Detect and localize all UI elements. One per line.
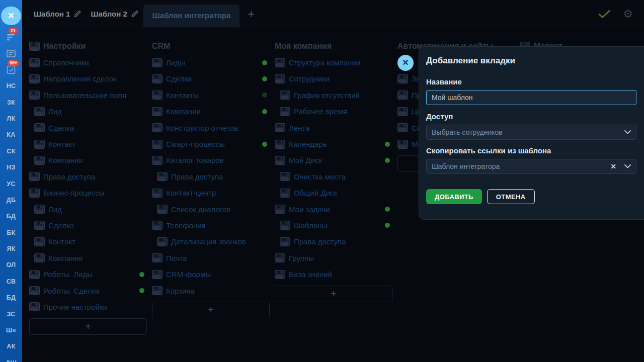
- sidebar-shortcut[interactable]: ЛК: [0, 111, 22, 127]
- sidebar-shortcut[interactable]: ЗС: [0, 306, 22, 322]
- menu-item[interactable]: График отсутствий: [275, 87, 392, 103]
- edit-pencil-icon[interactable]: [73, 10, 82, 18]
- tasks-icon[interactable]: 99+: [0, 63, 22, 76]
- menu-item[interactable]: CRM-формы: [152, 266, 270, 282]
- menu-item[interactable]: Направления сделок: [29, 71, 147, 87]
- menu-item[interactable]: Бизнес-процессы: [29, 185, 147, 201]
- sidebar-shortcut[interactable]: ДШ: [0, 355, 22, 362]
- sidebar-shortcut[interactable]: БД: [0, 208, 22, 224]
- template-tab[interactable]: Шаблон 1: [29, 0, 86, 28]
- sidebar-shortcut[interactable]: СВ: [0, 274, 22, 290]
- status-dot: [262, 142, 267, 147]
- menu-item-label: Смарт-процессы: [166, 140, 225, 148]
- notifications-icon[interactable]: 21: [0, 31, 22, 44]
- menu-item[interactable]: Роботы. Лиды: [29, 266, 147, 282]
- menu-item[interactable]: Контакты: [152, 87, 270, 103]
- sidebar-shortcut[interactable]: УС: [0, 175, 22, 192]
- add-menu-item-button[interactable]: +: [29, 318, 147, 335]
- floppy-icon: [152, 253, 163, 262]
- menu-item[interactable]: Календарь: [275, 136, 392, 152]
- floppy-icon: [280, 221, 290, 230]
- menu-item[interactable]: Детализация звонков: [152, 234, 270, 250]
- sidebar-shortcut[interactable]: ОЛ: [0, 257, 22, 273]
- menu-item[interactable]: Мой Диск: [275, 152, 392, 168]
- sidebar-shortcut[interactable]: БД: [0, 290, 22, 306]
- add-menu-item-button[interactable]: +: [275, 286, 392, 302]
- sidebar-shortcut[interactable]: БК: [0, 225, 22, 241]
- floppy-icon: [275, 156, 285, 165]
- menu-item[interactable]: Роботы. Сделки: [29, 283, 147, 299]
- status-dot: [385, 158, 390, 163]
- sidebar-shortcut-list: НСЗКЛККАСКНЗУСДББДБКЯКОЛСВБДЗСШ«АКДШ: [0, 78, 22, 362]
- menu-item[interactable]: Лиды: [152, 54, 270, 70]
- sidebar-shortcut[interactable]: ДБ: [0, 192, 22, 208]
- menu-item-label: Пользовательские поля: [43, 91, 126, 100]
- template-tab[interactable]: Шаблон 2: [86, 0, 143, 28]
- edit-pencil-icon[interactable]: [131, 10, 139, 18]
- menu-item[interactable]: База знаний: [275, 266, 392, 282]
- add-tab-modal: ✕ Добавление вкладки Название Доступ Выб…: [419, 46, 644, 220]
- menu-item[interactable]: Сделка: [29, 120, 147, 136]
- menu-item[interactable]: Корзина: [152, 283, 270, 299]
- add-tab-button[interactable]: +: [239, 7, 263, 21]
- floppy-icon: [34, 205, 45, 214]
- menu-item[interactable]: Контакт: [29, 234, 147, 250]
- floppy-icon: [34, 107, 45, 116]
- menu-item[interactable]: Компании: [152, 104, 270, 120]
- menu-item[interactable]: Шаблоны: [275, 217, 392, 233]
- menu-item[interactable]: Компания: [29, 152, 147, 168]
- sidebar-shortcut[interactable]: АК: [0, 338, 22, 354]
- menu-item[interactable]: Права доступа: [29, 168, 147, 185]
- menu-item[interactable]: Права доступа: [152, 168, 270, 185]
- menu-item[interactable]: Очистка места: [275, 168, 392, 185]
- menu-item[interactable]: Каталог товаров: [152, 152, 270, 168]
- floppy-icon: [157, 237, 168, 246]
- menu-item[interactable]: Пользовательские поля: [29, 87, 147, 103]
- menu-item[interactable]: Сотрудники: [275, 71, 392, 87]
- sidebar-shortcut[interactable]: Ш«: [0, 322, 22, 338]
- menu-item[interactable]: Общий Диск: [275, 185, 392, 201]
- menu-item[interactable]: Лента: [275, 120, 392, 136]
- menu-item[interactable]: Контакт: [29, 136, 147, 152]
- menu-item[interactable]: Структура компании: [275, 54, 392, 70]
- menu-item[interactable]: Контакт-центр: [152, 185, 270, 201]
- template-tab[interactable]: Шаблон интегратора: [143, 5, 240, 27]
- menu-item[interactable]: Смарт-процессы: [152, 136, 270, 152]
- sidebar-shortcut[interactable]: КА: [0, 127, 22, 143]
- modal-close-button[interactable]: ✕: [397, 55, 414, 71]
- gear-icon[interactable]: ⚙: [623, 9, 633, 20]
- add-button[interactable]: ДОБАВИТЬ: [426, 189, 482, 204]
- tab-name-input[interactable]: [426, 90, 636, 105]
- menu-item[interactable]: Список диалогов: [152, 201, 270, 217]
- menu-item-label: CRM-формы: [166, 270, 211, 279]
- menu-item[interactable]: Права доступа: [275, 234, 392, 250]
- sidebar-shortcut[interactable]: СК: [0, 143, 22, 159]
- copy-template-select[interactable]: Шаблон интегратора ✕: [426, 159, 636, 174]
- add-menu-item-button[interactable]: +: [152, 302, 270, 318]
- clear-selection-icon[interactable]: ✕: [610, 162, 616, 170]
- menu-item[interactable]: Конструктор отчетов: [152, 120, 270, 136]
- sidebar-shortcut[interactable]: ЯК: [0, 241, 22, 257]
- menu-item[interactable]: Компания: [29, 250, 147, 266]
- menu-item[interactable]: Почта: [152, 250, 270, 266]
- menu-item[interactable]: Лид: [29, 201, 147, 217]
- sidebar-shortcut[interactable]: ЗК: [0, 94, 22, 110]
- menu-item[interactable]: Сделки: [152, 71, 270, 87]
- cancel-button[interactable]: ОТМЕНА: [487, 189, 535, 204]
- access-select[interactable]: Выбрать сотрудников: [426, 125, 636, 140]
- menu-item[interactable]: Телефония: [152, 217, 270, 233]
- menu-item[interactable]: Группы: [275, 250, 392, 266]
- floppy-icon: [34, 237, 45, 246]
- sidebar-close-button[interactable]: ✕: [1, 7, 21, 25]
- menu-item[interactable]: Сделка: [29, 217, 147, 233]
- sidebar-shortcut[interactable]: НЗ: [0, 159, 22, 175]
- sidebar-shortcut[interactable]: НС: [0, 78, 22, 94]
- planner-icon[interactable]: [0, 47, 22, 60]
- menu-item[interactable]: Рабочее время: [275, 104, 392, 120]
- menu-item[interactable]: Прочие настройки: [29, 299, 147, 315]
- menu-item[interactable]: Лид: [29, 104, 147, 120]
- menu-item[interactable]: Справочники: [29, 54, 147, 70]
- confirm-check-icon[interactable]: [598, 9, 611, 19]
- menu-item[interactable]: Мои задачи: [275, 201, 392, 217]
- column-header: Настройки: [29, 38, 147, 54]
